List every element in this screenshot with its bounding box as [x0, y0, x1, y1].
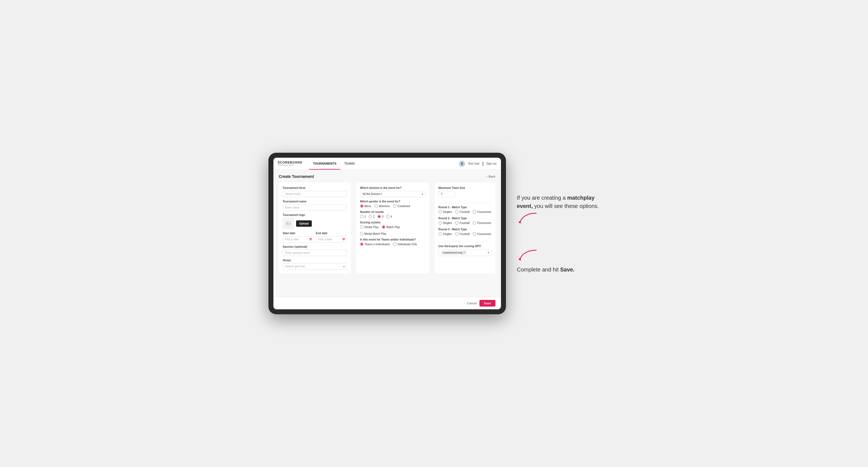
max-team-size-input[interactable] [439, 191, 455, 197]
api-group: Use third-party live scoring API? Leader… [439, 245, 492, 256]
round1-singles[interactable]: Singles [439, 210, 452, 214]
venue-label: Venue [283, 259, 347, 262]
tournament-host-label: Tournament Host [283, 186, 347, 189]
round2-match-type: Round 2 - Match Type Singles Fourball [439, 217, 492, 224]
brand-subtitle: Powered by clippit [278, 164, 302, 166]
form-grid: Tournament Host Tournament name Tourname… [279, 183, 495, 273]
top-nav: SCOREBOARD Powered by clippit TOURNAMENT… [273, 158, 501, 170]
cancel-button[interactable]: Cancel [467, 302, 477, 305]
nav-teams[interactable]: TEAMS [340, 158, 359, 169]
division-select[interactable]: NCAA Division I [360, 191, 425, 197]
back-link[interactable]: ‹ Back [486, 175, 495, 178]
gender-combined[interactable]: Combined [393, 205, 410, 208]
brand-title: SCOREBOARD [278, 161, 302, 164]
start-date-input[interactable] [283, 236, 314, 243]
annotation-top-text: If you are creating a matchplay event, y… [517, 194, 600, 210]
sponsor-input[interactable] [283, 250, 347, 256]
scoring-group: Scoring system Stroke Play Match Play [360, 221, 425, 235]
sponsor-label: Sponsor (optional) [283, 245, 347, 248]
end-date-label: End date [316, 232, 347, 235]
max-team-size-label: Maximum Team Size [439, 186, 492, 189]
round3-radio-group: Singles Fourball Foursomes [439, 232, 492, 236]
middle-column: Which division is the event for? NCAA Di… [356, 183, 429, 273]
tournament-host-input[interactable] [283, 191, 347, 197]
start-date-group: Start date [283, 232, 314, 243]
nav-links: TOURNAMENTS TEAMS [309, 158, 359, 169]
scoring-medal[interactable]: Medal Match Play [360, 232, 386, 235]
api-select-wrapper[interactable]: Leaderboard King × ▾ [439, 249, 492, 256]
end-date-input[interactable] [316, 236, 347, 243]
round1-foursomes[interactable]: Foursomes [473, 210, 491, 214]
division-label: Which division is the event for? [360, 186, 425, 189]
division-group: Which division is the event for? NCAA Di… [360, 186, 425, 197]
chevron-down-icon: ▾ [488, 251, 489, 254]
rounds-group: Number of rounds 1 2 [360, 211, 425, 218]
round3-fourball[interactable]: Fourball [455, 232, 469, 236]
rounds-3[interactable]: 3 [377, 215, 383, 218]
api-tag: Leaderboard King × [441, 250, 467, 255]
annotation-bottom-block: Complete and hit Save. [517, 249, 600, 274]
round2-label: Round 2 - Match Type [439, 217, 492, 220]
individuals-only[interactable]: Individuals Only [393, 243, 417, 246]
round3-foursomes[interactable]: Foursomes [473, 232, 491, 236]
user-avatar: 👤 [459, 161, 465, 167]
sponsor-group: Sponsor (optional) [283, 245, 347, 256]
venue-input[interactable] [283, 263, 347, 270]
round1-match-type: Round 1 - Match Type Singles Fourball [439, 206, 492, 214]
end-date-wrapper [316, 236, 347, 243]
round1-radio-group: Singles Fourball Foursomes [439, 210, 492, 214]
gender-mens[interactable]: Mens [360, 205, 371, 208]
rounds-2[interactable]: 2 [369, 215, 375, 218]
page-header: Create Tournament ‹ Back [279, 174, 495, 179]
rounds-4[interactable]: 4 [386, 215, 392, 218]
round3-match-type: Round 3 - Match Type Singles Fourball [439, 228, 492, 236]
tournament-name-group: Tournament name [283, 200, 347, 211]
venue-select-wrapper [283, 263, 347, 270]
round2-foursomes[interactable]: Foursomes [473, 221, 491, 224]
page-title: Create Tournament [279, 174, 314, 179]
teams-plus-individuals[interactable]: Teams (+Individuals) [360, 243, 390, 246]
arrow-top [517, 212, 600, 227]
max-team-size-group: Maximum Team Size [439, 186, 492, 197]
user-name: Test User [468, 162, 479, 165]
start-date-label: Start date [283, 232, 314, 235]
venue-group: Venue [283, 259, 347, 270]
api-tag-remove[interactable]: × [463, 251, 465, 254]
round3-label: Round 3 - Match Type [439, 228, 492, 231]
left-column: Tournament Host Tournament name Tourname… [279, 183, 351, 273]
start-date-wrapper [283, 236, 314, 243]
brand: SCOREBOARD Powered by clippit [278, 161, 302, 166]
annotation-top-block: If you are creating a matchplay event, y… [517, 194, 600, 227]
rounds-1[interactable]: 1 [360, 215, 366, 218]
tournament-host-group: Tournament Host [283, 186, 347, 197]
right-column: Maximum Team Size Round 1 - Match Type S… [435, 183, 495, 273]
division-select-wrapper: NCAA Division I [360, 191, 425, 197]
logo-upload: Upload [283, 218, 347, 229]
teams-radio-group: Teams (+Individuals) Individuals Only [360, 243, 425, 246]
tablet-frame: SCOREBOARD Powered by clippit TOURNAMENT… [269, 153, 506, 314]
nav-right: 👤 Test User | Sign out [459, 161, 496, 167]
upload-button[interactable]: Upload [296, 220, 312, 227]
outer-wrapper: SCOREBOARD Powered by clippit TOURNAMENT… [241, 153, 627, 314]
logo-placeholder [283, 218, 294, 229]
page-content: Create Tournament ‹ Back Tournament Host [273, 170, 501, 297]
separator: | [483, 161, 484, 166]
round2-singles[interactable]: Singles [439, 221, 452, 224]
form-footer: Cancel Save [273, 297, 501, 309]
gender-label: Which gender is the event for? [360, 200, 425, 203]
round1-fourball[interactable]: Fourball [455, 210, 469, 214]
divider-2 [439, 242, 492, 242]
nav-tournaments[interactable]: TOURNAMENTS [309, 158, 340, 169]
scoring-stroke[interactable]: Stroke Play [360, 225, 379, 229]
sign-out-link[interactable]: Sign out [486, 162, 497, 165]
round1-label: Round 1 - Match Type [439, 206, 492, 209]
end-date-group: End date [316, 232, 347, 243]
round2-fourball[interactable]: Fourball [455, 221, 469, 224]
scoring-match[interactable]: Match Play [382, 225, 400, 229]
teams-group: Is this event for Teams and/or Individua… [360, 238, 425, 246]
gender-womens[interactable]: Womens [374, 205, 390, 208]
save-button[interactable]: Save [479, 300, 495, 307]
round3-singles[interactable]: Singles [439, 232, 452, 236]
tournament-name-input[interactable] [283, 205, 347, 211]
rounds-radio-group: 1 2 3 [360, 215, 425, 218]
